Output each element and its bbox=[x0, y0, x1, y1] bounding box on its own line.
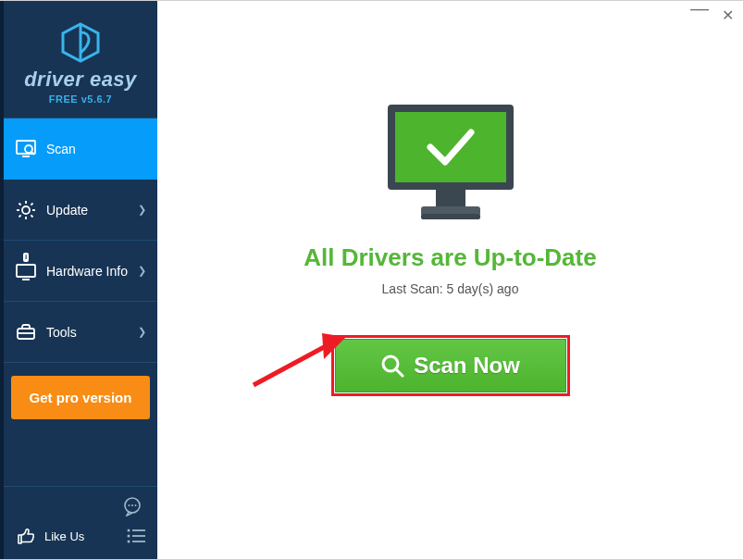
gear-icon bbox=[15, 200, 37, 220]
get-pro-button[interactable]: Get pro version bbox=[11, 376, 150, 419]
svg-rect-31 bbox=[436, 190, 465, 206]
brand-version: FREE v5.6.7 bbox=[49, 93, 112, 105]
svg-line-14 bbox=[31, 203, 32, 205]
svg-line-13 bbox=[19, 215, 21, 217]
sidebar-item-tools[interactable]: Tools ❯ bbox=[4, 302, 157, 363]
annotation-highlight-box: Scan Now bbox=[331, 335, 570, 396]
sidebar-item-label: Tools bbox=[46, 325, 138, 340]
search-icon bbox=[380, 354, 404, 378]
status-title: All Drivers are Up-to-Date bbox=[304, 243, 596, 272]
monitor-check-icon bbox=[382, 101, 519, 223]
sidebar-item-label: Update bbox=[46, 203, 138, 218]
chevron-right-icon: ❯ bbox=[138, 265, 146, 277]
menu-icon[interactable] bbox=[126, 528, 146, 544]
svg-rect-30 bbox=[395, 112, 506, 182]
scan-now-button[interactable]: Scan Now bbox=[335, 339, 566, 392]
status-subtitle: Last Scan: 5 day(s) ago bbox=[382, 281, 519, 296]
svg-point-21 bbox=[131, 504, 133, 506]
svg-point-6 bbox=[22, 206, 30, 214]
main-area: — ✕ All Drivers are Up-to-Date Last Scan… bbox=[157, 1, 743, 559]
monitor-info-icon bbox=[15, 262, 37, 280]
info-badge-icon: i bbox=[23, 253, 29, 262]
svg-line-11 bbox=[19, 203, 21, 205]
minimize-button[interactable]: — bbox=[690, 4, 709, 21]
sidebar-item-label: Hardware Info bbox=[46, 264, 138, 279]
svg-rect-3 bbox=[22, 156, 30, 157]
svg-point-20 bbox=[129, 504, 130, 506]
sidebar-bottom: Like Us bbox=[4, 486, 157, 559]
nav: Scan Update bbox=[4, 118, 157, 363]
svg-rect-33 bbox=[421, 214, 480, 219]
app-logo-icon bbox=[59, 21, 102, 64]
svg-point-27 bbox=[128, 541, 130, 543]
like-us-row[interactable]: Like Us bbox=[4, 518, 157, 559]
svg-rect-15 bbox=[17, 265, 35, 277]
svg-line-36 bbox=[254, 346, 326, 385]
svg-line-35 bbox=[396, 369, 403, 376]
sidebar-item-label: Scan bbox=[46, 142, 146, 156]
content: All Drivers are Up-to-Date Last Scan: 5 … bbox=[157, 101, 743, 396]
close-button[interactable]: ✕ bbox=[722, 6, 734, 24]
sidebar-item-scan[interactable]: Scan bbox=[4, 118, 157, 180]
svg-point-25 bbox=[128, 535, 130, 538]
svg-point-22 bbox=[135, 504, 137, 506]
titlebar: — ✕ bbox=[690, 6, 734, 24]
sidebar: driver easy FREE v5.6.7 Scan bbox=[0, 1, 157, 559]
svg-line-12 bbox=[31, 215, 32, 217]
thumbs-up-icon bbox=[15, 526, 37, 546]
logo-block: driver easy FREE v5.6.7 bbox=[4, 1, 157, 118]
scan-button-label: Scan Now bbox=[414, 353, 520, 379]
svg-point-23 bbox=[128, 529, 130, 532]
sidebar-item-hardware-info[interactable]: i Hardware Info ❯ bbox=[4, 241, 157, 302]
like-us-label: Like Us bbox=[44, 529, 126, 543]
feedback-icon[interactable] bbox=[4, 487, 157, 518]
toolbox-icon bbox=[15, 324, 37, 341]
scan-icon bbox=[15, 140, 37, 158]
svg-point-4 bbox=[25, 145, 32, 153]
chevron-right-icon: ❯ bbox=[138, 326, 146, 338]
chevron-right-icon: ❯ bbox=[138, 204, 146, 216]
brand-name: driver easy bbox=[24, 68, 137, 92]
sidebar-item-update[interactable]: Update ❯ bbox=[4, 180, 157, 241]
svg-rect-16 bbox=[22, 279, 30, 280]
